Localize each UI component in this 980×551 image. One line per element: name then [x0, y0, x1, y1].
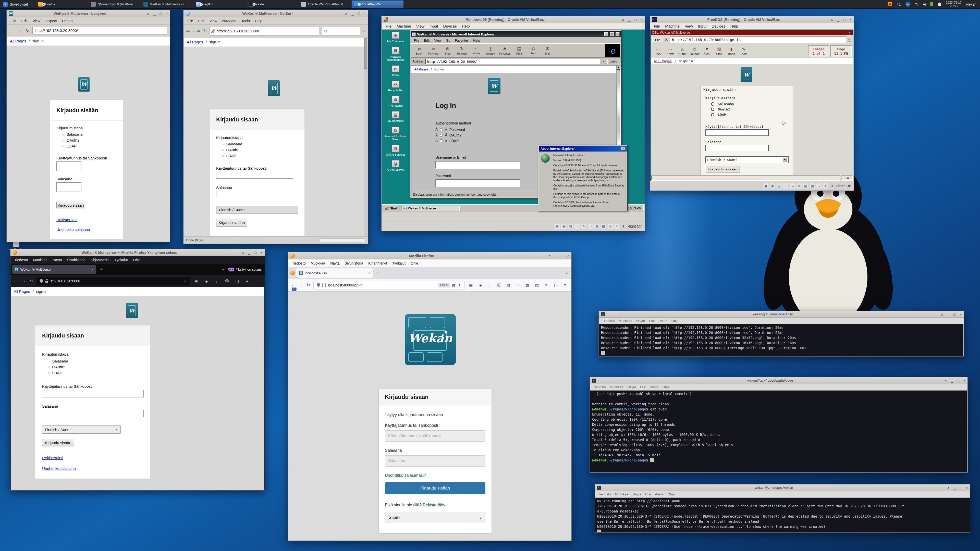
firefox-titlebar[interactable]: Mozilla Firefox ∧_□×	[288, 252, 571, 259]
tab-close-icon[interactable]: ×	[368, 271, 370, 275]
menu-item[interactable]: Työkalut	[390, 260, 408, 266]
radio-option[interactable]: ○OAuth2	[42, 364, 68, 370]
menu-item[interactable]: Pääte	[657, 318, 669, 324]
network-icon[interactable]: ⇅	[915, 2, 918, 6]
terminal-titlebar[interactable]: >_ wekan@z: ~/repos/serenity ∧_□×	[599, 311, 964, 318]
language-select[interactable]: Finnish / Suomi∨	[42, 426, 121, 433]
taskbar-task-button[interactable]: e WeKan ® Multiverse ...	[401, 206, 460, 211]
menu-item[interactable]: Ohje	[130, 257, 143, 263]
back-icon[interactable]: ⇦	[186, 28, 190, 34]
applications-menu-button[interactable]: ✕ Sovellukset ⋮	[0, 0, 36, 8]
menu-item[interactable]: Tiedosto	[597, 492, 612, 497]
menu-item[interactable]: View	[432, 38, 443, 43]
toolbar-button[interactable]: ↻Refresh	[455, 44, 469, 57]
search-input[interactable]: G	[322, 27, 360, 35]
desktop-icon[interactable]: ▤My Briefcase	[384, 111, 407, 122]
terminal-output[interactable]: ResourceLoader: Finished load of: "http:…	[599, 324, 963, 356]
username-input[interactable]	[56, 162, 81, 171]
scrollbar-thumb[interactable]	[364, 38, 367, 68]
bookmark-icon[interactable]: ✕	[665, 38, 668, 42]
links-button[interactable]: Links	[608, 59, 619, 64]
toolbar-button[interactable]: ⌂Home	[469, 44, 484, 57]
toolbar-icon[interactable]: ▤	[534, 283, 540, 287]
close-icon[interactable]: ×	[364, 11, 366, 16]
shade-icon[interactable]: ∧	[830, 17, 833, 22]
menu-item[interactable]: Favorites	[453, 38, 471, 43]
shade-icon[interactable]: ∧	[345, 11, 347, 16]
zoom-level-badge[interactable]: 130 %	[438, 283, 450, 287]
tab-localhost[interactable]: W localhost:4000/ ×	[296, 268, 373, 278]
desktop-icon[interactable]: ▥Online Services	[384, 145, 407, 156]
tab-list-icon[interactable]: ∨	[565, 271, 568, 275]
menu-item[interactable]: Input	[427, 23, 440, 29]
toolbar-button[interactable]: AFont	[526, 44, 541, 57]
all-pages-link[interactable]: All Pages	[10, 39, 26, 43]
toolbar-icon[interactable]: ▢	[553, 283, 559, 287]
radio-option[interactable]: ○Salasana	[42, 358, 68, 364]
minimize-icon[interactable]: _	[954, 486, 956, 490]
signin-button[interactable]: Kirjaudu sisään	[42, 439, 74, 446]
menu-item[interactable]: Näytä	[631, 492, 643, 497]
menu-item[interactable]: Muokkaa	[308, 260, 328, 266]
menu-item[interactable]: Help	[253, 18, 265, 24]
menu-item[interactable]: View	[207, 18, 220, 24]
ie-titlebar[interactable]: e WeKan ® Multiverse - Microsoft Interne…	[411, 31, 620, 37]
menu-item[interactable]: Etsi	[643, 492, 652, 497]
menu-item[interactable]: Edit	[422, 38, 431, 43]
register-link[interactable]: Rekisteröidy	[423, 503, 445, 507]
desktop-icon[interactable]: ▦Network Neighborhood	[384, 47, 407, 61]
shade-icon[interactable]: ∧	[940, 312, 943, 316]
toolbar-button[interactable]: ⇦Back	[412, 44, 426, 57]
menu-item[interactable]: Näytä	[328, 260, 342, 266]
menu-item[interactable]: Muokkaa	[608, 384, 625, 390]
menu-item[interactable]: File	[185, 18, 196, 24]
close-icon[interactable]: ×	[848, 31, 851, 35]
forward-icon[interactable]: ⇨	[197, 28, 200, 34]
back-icon[interactable]: ←	[14, 279, 18, 284]
radio-option[interactable]: ○OAuth2	[56, 137, 83, 143]
language-select[interactable]: Finnish / Suomi▼	[705, 156, 789, 163]
scrollbar[interactable]	[364, 38, 368, 236]
toolbar-icon[interactable]: ≡	[244, 279, 250, 283]
menu-icon[interactable]: ≡	[363, 28, 366, 34]
menu-item[interactable]: Debug	[60, 18, 75, 24]
scroll-up-icon[interactable]: ▲	[617, 65, 620, 70]
taskbar-window-button[interactable]: *[Nimetön]-1.0 (RGB-vä...	[89, 0, 141, 8]
radio-option[interactable]: Salasana	[705, 101, 734, 106]
toolbar-icon[interactable]: 9+	[292, 287, 297, 291]
url-input[interactable]: http://192.168.0.20:8000/	[209, 27, 319, 35]
toolbar-icon[interactable]: ◈	[477, 283, 484, 287]
menu-item[interactable]: Help	[728, 23, 741, 29]
menu-item[interactable]: Tiedosto	[600, 318, 616, 324]
radio-option[interactable]: LDAP	[705, 112, 734, 118]
all-pages-link[interactable]: All Pages	[654, 59, 672, 63]
radio-option[interactable]: ○LDAP	[56, 143, 83, 149]
radio-option[interactable]: ○LDAP	[216, 153, 242, 159]
password-input[interactable]	[56, 183, 81, 192]
terminal-titlebar[interactable]: >_ wekan@z: ~/repos/wekan ∧_□×	[595, 484, 970, 491]
signin-button[interactable]: Kirjaudu sisään	[705, 166, 740, 172]
toolbar-button[interactable]: ⇨Forward	[426, 44, 441, 57]
minimize-icon[interactable]: _	[605, 32, 608, 36]
maximize-icon[interactable]: □	[957, 379, 959, 383]
shade-icon[interactable]: ∧	[147, 11, 149, 16]
desktop-icon[interactable]: ▨Internet Explorer Setup	[384, 127, 407, 141]
menu-item[interactable]: Etsi	[647, 318, 656, 324]
about-titlebar[interactable]: About Internet Explorer ×	[539, 146, 627, 151]
menu-item[interactable]: Ohje	[661, 384, 671, 390]
all-pages-link[interactable]: All Pages	[187, 40, 203, 44]
toolbar-button[interactable]: ↻Reload	[689, 45, 701, 58]
menu-item[interactable]: View	[682, 23, 695, 29]
menu-item[interactable]: Työkalut	[112, 257, 130, 263]
taskbar-window-button[interactable]: 3 Firefox	[36, 0, 88, 8]
firefox-titlebar[interactable]: WeKan ® Multiverse — Mozilla Firefox Yks…	[11, 249, 265, 256]
radio-option[interactable]: ○LDAP	[42, 370, 68, 376]
all-pages-link[interactable]: All Pages	[14, 289, 30, 294]
menu-item[interactable]: Kirjanmerkit	[366, 260, 390, 266]
toolbar-button[interactable]: ▮Book	[725, 45, 738, 58]
toolbar-icon[interactable]: ◍	[506, 283, 512, 287]
menu-item[interactable]: Kirjanmerkit	[88, 257, 112, 263]
menu-item[interactable]: File	[383, 23, 394, 29]
menu-item[interactable]: Navigate	[220, 18, 239, 24]
close-icon[interactable]: ×	[616, 32, 620, 36]
